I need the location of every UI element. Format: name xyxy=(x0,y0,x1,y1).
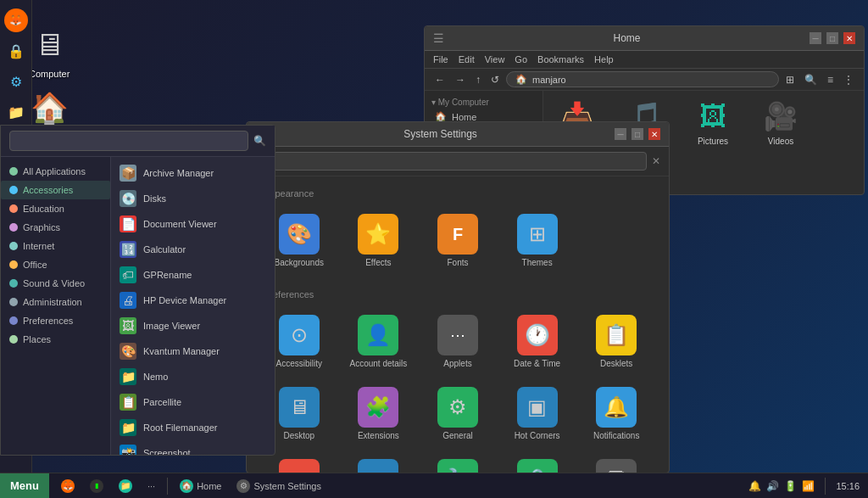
cat-label-places: Places xyxy=(23,334,51,344)
taskbar-app-settings[interactable]: ⚙ System Settings xyxy=(230,476,327,496)
app-archive-manager[interactable]: 📦 Archive Manager xyxy=(111,160,275,186)
ss-minimize-button[interactable]: ─ xyxy=(615,128,626,140)
menu-edit[interactable]: Edit xyxy=(459,54,475,64)
cat-education[interactable]: Education xyxy=(1,199,110,218)
tray-wifi-icon[interactable]: 📶 xyxy=(802,480,815,492)
ss-clear-icon[interactable]: ✕ xyxy=(652,155,660,167)
app-gprename[interactable]: 🏷 GPRename xyxy=(111,262,275,288)
taskbar-apps: 🦊 ▮ 📁 ··· 🏠 Home ⚙ System Settings xyxy=(49,476,333,496)
app-root-filemanager[interactable]: 📁 Root Filemanager xyxy=(111,415,275,440)
date-time-icon: 🕐 xyxy=(517,315,558,355)
taskbar-app-more[interactable]: ··· xyxy=(141,476,162,496)
cat-places[interactable]: Places xyxy=(1,330,110,349)
app-kvantum[interactable]: 🎨 Kvantum Manager xyxy=(111,339,275,364)
taskbar-app-files[interactable]: 📁 xyxy=(112,476,139,496)
cat-administration[interactable]: Administration xyxy=(1,293,110,311)
ss-close-button[interactable]: ✕ xyxy=(648,128,660,140)
cat-dot-places xyxy=(9,335,18,344)
app-galculator[interactable]: 🔢 Galculator xyxy=(111,237,275,262)
fonts-icon: F xyxy=(437,214,478,255)
minimize-button[interactable]: ─ xyxy=(810,32,821,44)
up-button[interactable]: ↑ xyxy=(472,72,484,87)
app-disks[interactable]: 💿 Disks xyxy=(111,186,275,211)
ss-general[interactable]: ⚙ General xyxy=(422,382,493,445)
ss-online-accounts[interactable]: @ Online Accounts xyxy=(264,454,335,473)
cat-office[interactable]: Office xyxy=(1,255,110,274)
ss-extensions[interactable]: 🧩 Extensions xyxy=(343,382,415,445)
ss-effects[interactable]: ⭐ Effects xyxy=(343,209,415,272)
cat-dot-sound-video xyxy=(9,279,18,288)
ss-themes[interactable]: ⊞ Themes xyxy=(502,209,573,272)
cat-graphics[interactable]: Graphics xyxy=(1,218,110,237)
taskbar-app-terminal[interactable]: ▮ xyxy=(83,476,110,496)
ss-screensaver[interactable]: 🖵 Screensaver xyxy=(581,454,652,473)
ss-window-controls: ─ □ ✕ xyxy=(615,128,660,140)
desktop-icon-computer-label: Computer xyxy=(29,69,70,79)
window-menu-icon[interactable]: ☰ xyxy=(433,31,444,45)
cat-dot-office xyxy=(9,260,18,269)
view-btn2[interactable]: ≡ xyxy=(824,72,837,87)
desktop-icon-computer[interactable]: 🖥 Computer xyxy=(25,21,73,82)
taskbar-app-nemo[interactable]: 🏠 Home xyxy=(173,476,228,496)
panel-icon-firefox[interactable]: 🦊 xyxy=(4,8,28,32)
taskbar-app-firefox[interactable]: 🦊 xyxy=(54,476,81,496)
backgrounds-icon: 🎨 xyxy=(279,214,320,255)
online-accounts-icon: @ xyxy=(279,459,320,473)
cat-accessories[interactable]: Accessories xyxy=(1,181,110,199)
panel-icon-settings[interactable]: ⚙ xyxy=(4,70,28,93)
taskbar-settings-label: System Settings xyxy=(253,481,320,491)
ss-panel[interactable]: ▬ Panel xyxy=(343,454,415,473)
app-hp-device-manager[interactable]: 🖨 HP Device Manager xyxy=(111,288,275,313)
view-btn1[interactable]: ⊞ xyxy=(782,72,798,87)
ss-preferred-apps[interactable]: 🔧 Preferred Applications xyxy=(422,454,493,473)
taskbar-divider1 xyxy=(167,478,168,495)
panel-icon-folder[interactable]: 📁 xyxy=(4,100,28,124)
address-bar[interactable]: 🏠 manjaro xyxy=(506,71,779,87)
tray-battery-icon[interactable]: 🔋 xyxy=(784,480,797,492)
search-button[interactable]: 🔍 xyxy=(801,72,821,87)
refresh-button[interactable]: ↺ xyxy=(487,72,503,87)
close-button[interactable]: ✕ xyxy=(843,32,855,44)
app-screenshot[interactable]: 📸 Screenshot xyxy=(111,440,275,455)
cat-internet[interactable]: Internet xyxy=(1,237,110,255)
menu-help[interactable]: Help xyxy=(594,54,614,64)
menu-file[interactable]: File xyxy=(433,54,448,64)
app-search-input[interactable] xyxy=(9,131,248,151)
fm-folder-pictures[interactable]: 🖼 Pictures xyxy=(687,99,738,146)
general-label: General xyxy=(442,431,473,440)
maximize-button[interactable]: □ xyxy=(826,32,838,44)
menu-view[interactable]: View xyxy=(485,54,505,64)
cat-all-applications[interactable]: All Applications xyxy=(1,162,110,181)
app-nemo[interactable]: 📁 Nemo xyxy=(111,364,275,389)
tray-volume-icon[interactable]: 🔊 xyxy=(766,480,779,492)
cat-sound-video[interactable]: Sound & Video xyxy=(1,274,110,293)
app-image-viewer[interactable]: 🖼 Image Viewer xyxy=(111,313,275,339)
fm-folder-videos[interactable]: 🎥 Videos xyxy=(755,99,806,146)
ss-notifications[interactable]: 🔔 Notifications xyxy=(581,382,652,445)
ss-fonts[interactable]: F Fonts xyxy=(422,209,493,272)
app-document-viewer[interactable]: 📄 Document Viewer xyxy=(111,211,275,237)
back-button[interactable]: ← xyxy=(431,72,448,87)
start-button[interactable]: Menu xyxy=(0,473,49,498)
ss-applets[interactable]: ⋯ Applets xyxy=(422,310,493,373)
ss-hot-corners[interactable]: ▣ Hot Corners xyxy=(502,382,573,445)
ss-account-details[interactable]: 👤 Account details xyxy=(343,310,415,373)
forward-button[interactable]: → xyxy=(452,72,469,87)
ss-desklets[interactable]: 📋 Desklets xyxy=(581,310,652,373)
galculator-label: Galculator xyxy=(143,244,186,255)
view-btn3[interactable]: ⋮ xyxy=(840,72,857,87)
cat-preferences[interactable]: Preferences xyxy=(1,311,110,330)
cat-dot-accessories xyxy=(9,186,18,194)
menu-bookmarks[interactable]: Bookmarks xyxy=(537,54,584,64)
menu-go[interactable]: Go xyxy=(515,54,527,64)
ss-date-time[interactable]: 🕐 Date & Time xyxy=(502,310,573,373)
tray-network-icon[interactable]: 🔔 xyxy=(748,480,761,492)
ss-privacy[interactable]: 🔒 Privacy xyxy=(502,454,573,473)
screenshot-icon: 📸 xyxy=(120,445,136,455)
app-parcellite[interactable]: 📋 Parcellite xyxy=(111,389,275,415)
ss-maximize-button[interactable]: □ xyxy=(632,128,643,140)
accessibility-icon: ⊙ xyxy=(279,315,320,355)
ss-search-input[interactable] xyxy=(273,152,647,171)
document-viewer-icon: 📄 xyxy=(120,215,136,232)
panel-icon-lock[interactable]: 🔒 xyxy=(4,39,28,63)
